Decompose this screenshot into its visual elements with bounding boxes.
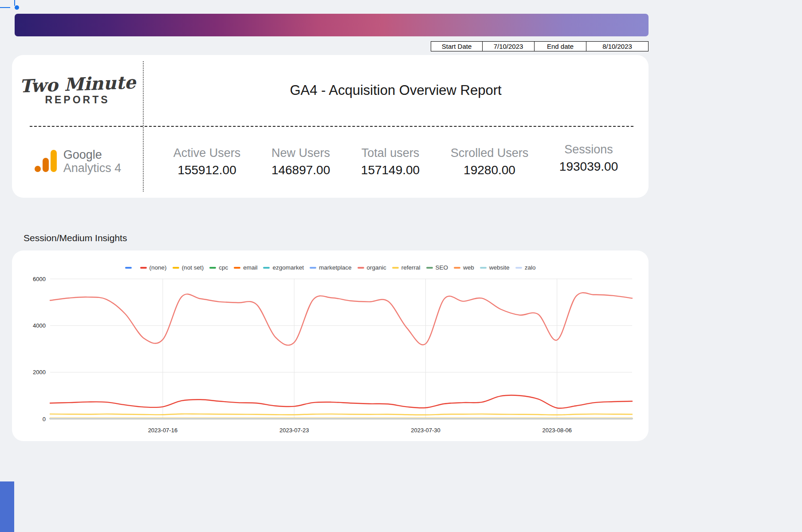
- header-gradient-banner: [15, 14, 649, 36]
- svg-text:2000: 2000: [33, 369, 46, 376]
- legend-item-zalo: zalo: [515, 264, 536, 271]
- metric-label: New Users: [271, 146, 330, 160]
- logo-script-text: Two Minute: [19, 73, 136, 95]
- legend-swatch: [358, 267, 364, 269]
- legend-item--none-: (none): [140, 264, 167, 271]
- svg-text:2023-07-30: 2023-07-30: [411, 427, 440, 434]
- metric-label: Active Users: [173, 146, 241, 160]
- legend-item-email: email: [234, 264, 257, 271]
- date-range-table: Start Date 7/10/2023 End date 8/10/2023: [431, 41, 649, 51]
- legend-item-ezgomarket: ezgomarket: [263, 264, 304, 271]
- legend-label: zalo: [525, 264, 536, 271]
- legend-label: SEO: [436, 264, 448, 271]
- legend-label: (none): [149, 264, 167, 271]
- start-date-label-cell: Start Date: [431, 41, 483, 51]
- legend-item-website: website: [480, 264, 510, 271]
- selection-anchor-line-v: [14, 0, 15, 6]
- metric-active-users: Active Users155912.00: [173, 146, 241, 177]
- legend-swatch: [480, 267, 487, 269]
- svg-text:6000: 6000: [33, 276, 46, 282]
- legend-label: web: [463, 264, 474, 271]
- legend-item--not-set-: (not set): [173, 264, 204, 271]
- svg-text:2023-07-23: 2023-07-23: [279, 427, 309, 434]
- metric-scrolled-users: Scrolled Users19280.00: [451, 146, 529, 177]
- legend-item-seo: SEO: [426, 264, 448, 271]
- two-minute-reports-logo: Two Minute REPORTS: [12, 55, 143, 126]
- legend-label: (not set): [182, 264, 204, 271]
- end-date-value-cell[interactable]: 8/10/2023: [586, 41, 649, 51]
- svg-text:2023-07-16: 2023-07-16: [148, 427, 178, 434]
- selection-anchor-line-h: [0, 7, 10, 8]
- legend-label: referral: [401, 264, 421, 271]
- metric-total-users: Total users157149.00: [361, 146, 420, 177]
- google-analytics-icon: [34, 149, 58, 175]
- legend-item-referral: referral: [392, 264, 421, 271]
- legend-label: organic: [367, 264, 386, 271]
- legend-item-marketplace: marketplace: [310, 264, 352, 271]
- end-date-label-cell: End date: [534, 41, 586, 51]
- metric-value: 157149.00: [361, 163, 420, 177]
- svg-text:2023-08-06: 2023-08-06: [542, 427, 572, 434]
- legend-label: marketplace: [319, 264, 352, 271]
- metric-value: 19280.00: [451, 163, 529, 177]
- legend-label: website: [489, 264, 510, 271]
- sessions-line-chart[interactable]: 2023-07-162023-07-232023-07-302023-08-06…: [12, 273, 649, 439]
- bottom-left-blue-bar: [0, 481, 14, 532]
- legend-label: cpc: [219, 264, 228, 271]
- metric-new-users: New Users146897.00: [271, 146, 330, 177]
- sessions-chart-card: (none)(not set)cpcemailezgomarketmarketp…: [12, 250, 649, 441]
- svg-text:0: 0: [43, 416, 46, 422]
- metric-label: Total users: [361, 146, 420, 160]
- logo-reports-text: REPORTS: [45, 94, 110, 106]
- page-title: GA4 - Acquisition Overview Report: [290, 82, 501, 98]
- legend-swatch: [140, 267, 147, 269]
- legend-item-organic: organic: [358, 264, 386, 271]
- google-analytics-wordmark: Google Analytics 4: [63, 149, 122, 175]
- legend-swatch: [454, 267, 460, 269]
- chart-legend: (none)(not set)cpcemailezgomarketmarketp…: [12, 250, 649, 271]
- report-header-card: Two Minute REPORTS GA4 - Acquisition Ove…: [12, 55, 649, 198]
- metric-sessions: Sessions193039.00: [559, 143, 618, 174]
- metric-value: 146897.00: [271, 163, 330, 177]
- legend-label: email: [243, 264, 257, 271]
- legend-swatch: [173, 267, 179, 269]
- legend-swatch: [209, 267, 216, 269]
- ga4-logo-block: Google Analytics 4: [12, 126, 143, 198]
- legend-item-web: web: [454, 264, 474, 271]
- legend-item-blank: [125, 267, 134, 269]
- metric-label: Scrolled Users: [451, 146, 529, 160]
- legend-item-cpc: cpc: [209, 264, 228, 271]
- legend-swatch: [392, 267, 399, 269]
- report-page: Start Date 7/10/2023 End date 8/10/2023 …: [0, 0, 802, 532]
- selection-anchor-dot[interactable]: [15, 5, 19, 10]
- legend-swatch: [515, 267, 522, 269]
- legend-swatch: [125, 267, 132, 269]
- start-date-value-cell[interactable]: 7/10/2023: [482, 41, 535, 51]
- legend-label: ezgomarket: [272, 264, 304, 271]
- legend-swatch: [426, 267, 433, 269]
- metric-value: 155912.00: [173, 163, 241, 177]
- metric-value: 193039.00: [559, 160, 618, 174]
- legend-swatch: [263, 267, 270, 269]
- title-area: GA4 - Acquisition Overview Report: [143, 55, 649, 126]
- metric-label: Sessions: [559, 143, 618, 156]
- legend-swatch: [310, 267, 316, 269]
- metrics-row: Active Users155912.00New Users146897.00T…: [143, 126, 649, 198]
- section-title: Session/Medium Insights: [24, 233, 127, 243]
- legend-swatch: [234, 267, 240, 269]
- svg-text:4000: 4000: [33, 322, 46, 329]
